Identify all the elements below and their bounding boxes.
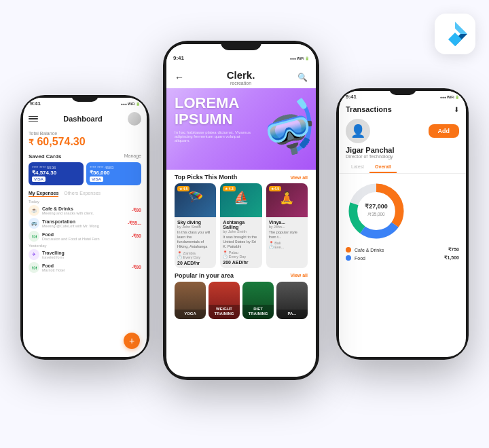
sailing-desc: It was brought to the United States by S… (223, 235, 259, 249)
menu-icon[interactable] (29, 116, 38, 122)
center-phone-content: 9:41 ●●● WiFi 🔋 ← Clerk. recreation 🔍 LO… (166, 44, 316, 377)
card-1-brand: VISA (32, 176, 46, 182)
left-phone-screen: 9:41 ●●● WiFi 🔋 Dashboard Total Balance … (23, 98, 147, 357)
center-phone-screen: 9:41 ●●● WiFi 🔋 ← Clerk. recreation 🔍 LO… (166, 44, 316, 377)
travel-text: Travelling traveled form (42, 250, 141, 259)
card-2-brand: VISA (90, 176, 103, 182)
skydiving-image: ★ 4.5 🪂 (175, 183, 216, 217)
top-picks-header: Top Picks This Month View all (166, 170, 316, 183)
user-avatar[interactable] (128, 112, 141, 126)
hero-title-line2: IPSUMN (175, 111, 233, 128)
expense-food-today[interactable]: 🍽 Food Discussion and Food at Hotel Fern… (29, 231, 141, 242)
transport-text: Transportation Meeting @CafeLoft with Mr… (42, 219, 128, 228)
left-phone-content: 9:41 ●●● WiFi 🔋 Dashboard Total Balance … (23, 98, 147, 357)
transport-amount: -₹55... (128, 221, 141, 226)
food2-name: Food (42, 263, 132, 268)
skydiving-info: Sky diving by John Smith In this class y… (175, 217, 216, 268)
top-picks-title: Top Picks This Month (175, 174, 237, 181)
weight-training-label: WEIGHTTRAINING (209, 305, 240, 318)
cafe-sub: Meeting and snacks with client. (42, 211, 132, 215)
back-button[interactable]: ← (175, 72, 184, 83)
hero-section: LOREMA IPSUMN In hac habitasse platea di… (166, 88, 316, 170)
center-time: 9:41 (173, 55, 184, 61)
balance-section: Total Balance ₹ 60,574.30 (23, 128, 147, 151)
right-phone-content: 9:41 ●●● WiFi 🔋 Transactions ⬇ 👤 Add Jig… (339, 91, 466, 357)
card-2[interactable]: **** **** 4583 ₹56,000 VISA (86, 162, 141, 185)
travel-sub: traveled form (42, 255, 141, 259)
pick-skydiving[interactable]: ★ 4.5 🪂 Sky diving by John Smith In this… (175, 183, 216, 268)
right-signal: ●●● WiFi 🔋 (440, 95, 459, 99)
saved-cards-header: Saved Cards Manage (29, 153, 141, 160)
center-phone: 9:41 ●●● WiFi 🔋 ← Clerk. recreation 🔍 LO… (163, 41, 319, 380)
add-button[interactable]: Add (429, 124, 460, 138)
skydiving-rating: ★ 4.5 (177, 186, 189, 191)
food-legend-name: Food (355, 256, 444, 261)
flutter-logo-icon (441, 20, 469, 48)
diet-training-label: DIETTRAINING (242, 305, 274, 318)
hero-subtitle: In hac habitasse platea dictumst. Vivamu… (175, 130, 256, 143)
food2-text: Food Marriott Hotel (42, 263, 132, 272)
today-label: Today (29, 200, 141, 204)
expenses-tabs: My Expenses Others Expenses (29, 191, 141, 197)
transport-icon: 🚌 (29, 218, 39, 229)
tab-overall[interactable]: Overall (369, 162, 397, 173)
card-2-number: **** **** 4583 (90, 166, 138, 170)
svg-text:₹27,000: ₹27,000 (365, 203, 388, 210)
donut-section: ₹27,000 /₹35,000 (339, 178, 466, 244)
expense-travelling[interactable]: ✈ Travelling traveled form (29, 249, 141, 260)
left-phone-notch (71, 95, 98, 102)
popular-view-all[interactable]: View all (290, 273, 308, 278)
pick-sailing[interactable]: ★ 4.3 ⛵ Ashtanga Sailing by John Smith I… (220, 183, 261, 268)
popular-header: Popular in your area View all (166, 268, 316, 282)
profile-name: Jigar Panchal (339, 146, 466, 154)
popular-diet-training[interactable]: DIETTRAINING (242, 282, 274, 319)
right-header: Transactions ⬇ (339, 102, 466, 116)
saved-cards-section: Saved Cards Manage **** **** 5536 ₹4,574… (23, 151, 147, 188)
skydiving-desc: In this class you will learn the fundame… (177, 230, 213, 250)
popular-yoga[interactable]: YOGA (175, 282, 206, 319)
download-icon[interactable]: ⬇ (454, 106, 459, 113)
vinya-image: ★ 4.5 🧘 (266, 183, 308, 217)
legend-cafe: Cafe & Drinks ₹750 (346, 247, 459, 253)
expense-transport[interactable]: 🚌 Transportation Meeting @CafeLoft with … (29, 218, 141, 229)
expense-cafe[interactable]: ☕ Cafe & Drinks Meeting and snacks with … (29, 205, 141, 216)
center-signal: ●●● WiFi 🔋 (290, 56, 309, 60)
expenses-section: My Expenses Others Expenses Today ☕ Cafe… (23, 188, 147, 278)
cafe-name: Cafe & Drinks (42, 206, 132, 211)
cafe-legend-amount: ₹750 (448, 247, 459, 253)
tab-latest[interactable]: Latest (346, 162, 369, 173)
transport-sub: Meeting @CafeLoft with Mr. Wong (42, 224, 128, 228)
travel-icon: ✈ (29, 249, 39, 260)
vinya-info: Vinya... by John... The popular style fr… (266, 217, 308, 252)
search-button[interactable]: 🔍 (297, 73, 308, 82)
food2-amount: -₹80 (132, 265, 141, 270)
sailing-rating: ★ 4.3 (223, 186, 235, 191)
my-expenses-tab[interactable]: My Expenses (29, 191, 58, 197)
profile-avatar-emoji: 👤 (350, 124, 365, 138)
popular-pa[interactable]: PA... (276, 282, 308, 319)
vinya-freq: 🕐 Eve... (269, 245, 305, 249)
center-phone-notch (221, 41, 261, 50)
cards-row: **** **** 5536 ₹4,574.30 VISA **** **** … (29, 162, 141, 185)
cafe-icon: ☕ (29, 205, 39, 216)
sailing-freq: 🕐 Every Day (223, 255, 259, 259)
saved-cards-title: Saved Cards (29, 153, 61, 160)
expense-food-yesterday[interactable]: 🍽 Food Marriott Hotel -₹80 (29, 262, 141, 273)
food2-sub: Marriott Hotel (42, 268, 132, 272)
right-phone-notch (389, 88, 416, 95)
balance-amount: ₹ 60,574.30 (29, 136, 141, 148)
popular-title: Popular in your area (175, 272, 234, 279)
top-picks-view-all[interactable]: View all (290, 175, 308, 180)
clerk-logo-text: Clerk. (227, 69, 255, 81)
pick-vinya[interactable]: ★ 4.5 🧘 Vinya... by John... The popular … (266, 183, 308, 268)
card-1[interactable]: **** **** 5536 ₹4,574.30 VISA (29, 162, 84, 185)
left-phone: 9:41 ●●● WiFi 🔋 Dashboard Total Balance … (20, 95, 149, 360)
others-expenses-tab[interactable]: Others Expenses (64, 191, 101, 197)
rupee-symbol: ₹ (29, 138, 34, 147)
sailing-image: ★ 4.3 ⛵ (220, 183, 261, 217)
manage-link[interactable]: Manage (124, 153, 141, 160)
add-fab[interactable]: + (124, 333, 140, 349)
popular-weight-training[interactable]: WEIGHTTRAINING (209, 282, 240, 319)
right-phone-screen: 9:41 ●●● WiFi 🔋 Transactions ⬇ 👤 Add Jig… (339, 91, 466, 357)
skydiving-name: Sky diving (177, 220, 213, 225)
